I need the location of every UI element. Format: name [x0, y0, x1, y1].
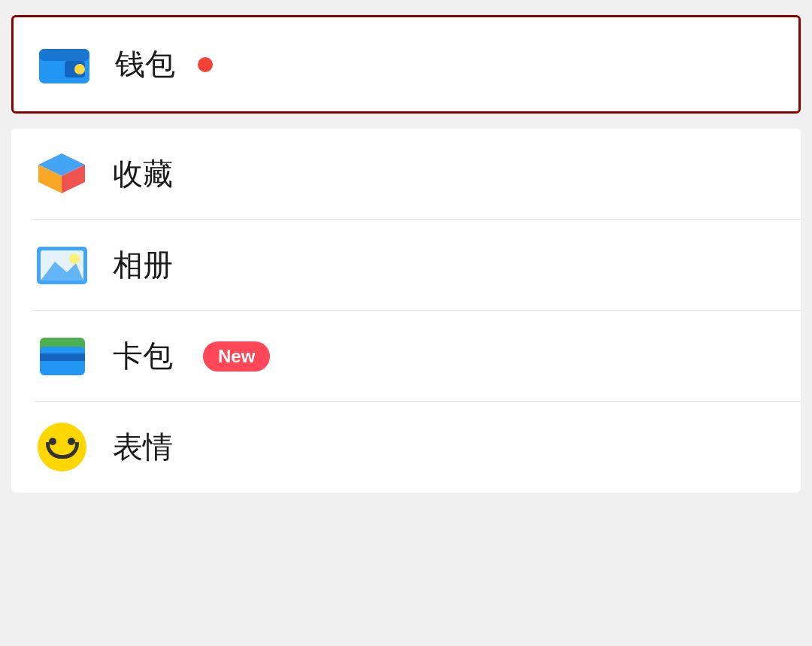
page-container: 钱包 收藏: [0, 0, 812, 646]
wallet-label: 钱包: [115, 44, 175, 85]
list-item-kabao[interactable]: 卡包 New: [11, 311, 801, 402]
xiangce-label: 相册: [113, 244, 173, 286]
biaoqing-label: 表情: [113, 426, 173, 468]
list-item-xiangce[interactable]: 相册: [11, 220, 801, 311]
list-item-shoucang[interactable]: 收藏: [11, 129, 801, 220]
wallet-icon: [36, 40, 92, 89]
svg-point-10: [69, 253, 80, 264]
wallet-item[interactable]: 钱包: [11, 15, 801, 114]
list-item-biaoqing[interactable]: 表情: [11, 402, 801, 493]
kabao-icon: [34, 332, 90, 381]
new-badge: New: [203, 341, 270, 372]
biaoqing-icon: [34, 423, 90, 472]
notification-dot: [198, 57, 213, 72]
svg-point-3: [74, 64, 85, 74]
xiangce-icon: [34, 241, 90, 290]
kabao-label: 卡包: [113, 335, 173, 377]
emoji-face: [38, 423, 86, 472]
svg-rect-13: [40, 353, 85, 361]
shoucang-icon: [34, 150, 90, 199]
svg-rect-1: [39, 49, 89, 61]
shoucang-label: 收藏: [113, 153, 173, 195]
menu-list: 收藏 相册: [11, 129, 801, 493]
